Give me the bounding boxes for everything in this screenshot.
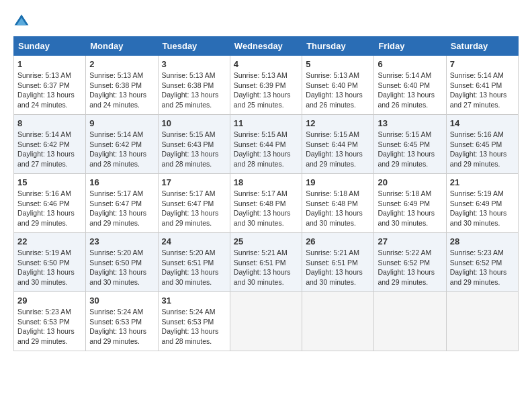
day-info: Sunrise: 5:18 AMSunset: 6:48 PMDaylight:…	[306, 189, 370, 228]
weekday-header: Saturday	[446, 37, 518, 56]
day-number: 10	[162, 118, 226, 128]
day-number: 17	[162, 177, 226, 187]
calendar-week-row: 8Sunrise: 5:14 AMSunset: 6:42 PMDaylight…	[14, 115, 519, 174]
weekday-header: Wednesday	[230, 37, 302, 56]
calendar-day: 24Sunrise: 5:20 AMSunset: 6:51 PMDayligh…	[158, 233, 230, 292]
day-info: Sunrise: 5:20 AMSunset: 6:51 PMDaylight:…	[162, 248, 226, 287]
day-number: 5	[306, 59, 370, 69]
day-number: 22	[17, 236, 82, 246]
calendar-day: 8Sunrise: 5:14 AMSunset: 6:42 PMDaylight…	[14, 115, 86, 174]
day-info: Sunrise: 5:19 AMSunset: 6:50 PMDaylight:…	[17, 248, 82, 287]
day-number: 29	[17, 295, 82, 306]
day-info: Sunrise: 5:23 AMSunset: 6:52 PMDaylight:…	[450, 248, 515, 287]
calendar-day: 13Sunrise: 5:15 AMSunset: 6:45 PMDayligh…	[374, 115, 446, 174]
calendar-day: 17Sunrise: 5:17 AMSunset: 6:47 PMDayligh…	[158, 174, 230, 233]
calendar-day: 3Sunrise: 5:13 AMSunset: 6:38 PMDaylight…	[158, 56, 230, 115]
day-info: Sunrise: 5:17 AMSunset: 6:47 PMDaylight:…	[162, 189, 226, 228]
calendar-table: SundayMondayTuesdayWednesdayThursdayFrid…	[13, 36, 519, 351]
calendar-day: 15Sunrise: 5:16 AMSunset: 6:46 PMDayligh…	[14, 174, 86, 233]
day-number: 4	[234, 59, 298, 69]
day-number: 27	[378, 236, 442, 246]
calendar-day: 16Sunrise: 5:17 AMSunset: 6:47 PMDayligh…	[86, 174, 158, 233]
day-number: 28	[450, 236, 515, 246]
day-number: 7	[450, 59, 515, 69]
day-info: Sunrise: 5:13 AMSunset: 6:40 PMDaylight:…	[306, 71, 370, 110]
day-info: Sunrise: 5:14 AMSunset: 6:42 PMDaylight:…	[17, 130, 82, 169]
calendar-day: 11Sunrise: 5:15 AMSunset: 6:44 PMDayligh…	[230, 115, 302, 174]
day-info: Sunrise: 5:13 AMSunset: 6:39 PMDaylight:…	[234, 71, 298, 110]
day-number: 20	[378, 177, 442, 187]
logo	[13, 13, 32, 30]
day-info: Sunrise: 5:14 AMSunset: 6:41 PMDaylight:…	[450, 71, 515, 110]
calendar-day: 19Sunrise: 5:18 AMSunset: 6:48 PMDayligh…	[302, 174, 374, 233]
calendar-day: 20Sunrise: 5:18 AMSunset: 6:49 PMDayligh…	[374, 174, 446, 233]
calendar-day: 30Sunrise: 5:24 AMSunset: 6:53 PMDayligh…	[86, 292, 158, 351]
calendar-day: 26Sunrise: 5:21 AMSunset: 6:51 PMDayligh…	[302, 233, 374, 292]
day-number: 1	[17, 59, 82, 69]
day-number: 13	[378, 118, 442, 128]
day-info: Sunrise: 5:18 AMSunset: 6:49 PMDaylight:…	[378, 189, 442, 228]
page-header	[13, 13, 519, 30]
calendar-day: 12Sunrise: 5:15 AMSunset: 6:44 PMDayligh…	[302, 115, 374, 174]
day-info: Sunrise: 5:19 AMSunset: 6:49 PMDaylight:…	[450, 189, 515, 228]
calendar-day: 1Sunrise: 5:13 AMSunset: 6:37 PMDaylight…	[14, 56, 86, 115]
day-info: Sunrise: 5:16 AMSunset: 6:46 PMDaylight:…	[17, 189, 82, 228]
day-info: Sunrise: 5:15 AMSunset: 6:44 PMDaylight:…	[234, 130, 298, 169]
day-number: 24	[162, 236, 226, 246]
day-number: 2	[89, 59, 154, 69]
calendar-week-row: 1Sunrise: 5:13 AMSunset: 6:37 PMDaylight…	[14, 56, 519, 115]
day-info: Sunrise: 5:23 AMSunset: 6:53 PMDaylight:…	[17, 307, 82, 347]
weekday-header-row: SundayMondayTuesdayWednesdayThursdayFrid…	[14, 37, 519, 56]
day-info: Sunrise: 5:15 AMSunset: 6:43 PMDaylight:…	[162, 130, 226, 169]
weekday-header: Thursday	[302, 37, 374, 56]
day-number: 30	[89, 295, 154, 306]
day-info: Sunrise: 5:15 AMSunset: 6:44 PMDaylight:…	[306, 130, 370, 169]
day-info: Sunrise: 5:21 AMSunset: 6:51 PMDaylight:…	[234, 248, 298, 287]
day-info: Sunrise: 5:13 AMSunset: 6:38 PMDaylight:…	[162, 71, 226, 110]
calendar-day: 21Sunrise: 5:19 AMSunset: 6:49 PMDayligh…	[446, 174, 518, 233]
calendar-week-row: 29Sunrise: 5:23 AMSunset: 6:53 PMDayligh…	[14, 292, 519, 351]
calendar-day: 6Sunrise: 5:14 AMSunset: 6:40 PMDaylight…	[374, 56, 446, 115]
calendar-day	[302, 292, 374, 351]
weekday-header: Tuesday	[158, 37, 230, 56]
weekday-header: Sunday	[14, 37, 86, 56]
calendar-day: 22Sunrise: 5:19 AMSunset: 6:50 PMDayligh…	[14, 233, 86, 292]
calendar-day: 27Sunrise: 5:22 AMSunset: 6:52 PMDayligh…	[374, 233, 446, 292]
day-number: 19	[306, 177, 370, 187]
day-info: Sunrise: 5:16 AMSunset: 6:45 PMDaylight:…	[450, 130, 515, 169]
day-number: 25	[234, 236, 298, 246]
day-number: 14	[450, 118, 515, 128]
day-info: Sunrise: 5:24 AMSunset: 6:53 PMDaylight:…	[89, 307, 154, 347]
calendar-day	[374, 292, 446, 351]
day-number: 16	[89, 177, 154, 187]
day-number: 9	[89, 118, 154, 128]
day-number: 31	[162, 295, 226, 306]
day-info: Sunrise: 5:13 AMSunset: 6:37 PMDaylight:…	[17, 71, 82, 110]
calendar-day: 7Sunrise: 5:14 AMSunset: 6:41 PMDaylight…	[446, 56, 518, 115]
day-info: Sunrise: 5:13 AMSunset: 6:38 PMDaylight:…	[89, 71, 154, 110]
day-number: 8	[17, 118, 82, 128]
logo-icon	[13, 13, 30, 30]
day-number: 11	[234, 118, 298, 128]
day-number: 15	[17, 177, 82, 187]
calendar-day: 31Sunrise: 5:24 AMSunset: 6:53 PMDayligh…	[158, 292, 230, 351]
calendar-day: 28Sunrise: 5:23 AMSunset: 6:52 PMDayligh…	[446, 233, 518, 292]
day-info: Sunrise: 5:14 AMSunset: 6:40 PMDaylight:…	[378, 71, 442, 110]
day-info: Sunrise: 5:15 AMSunset: 6:45 PMDaylight:…	[378, 130, 442, 169]
day-info: Sunrise: 5:22 AMSunset: 6:52 PMDaylight:…	[378, 248, 442, 287]
calendar-day: 9Sunrise: 5:14 AMSunset: 6:42 PMDaylight…	[86, 115, 158, 174]
day-number: 21	[450, 177, 515, 187]
day-number: 18	[234, 177, 298, 187]
day-number: 6	[378, 59, 442, 69]
calendar-day: 14Sunrise: 5:16 AMSunset: 6:45 PMDayligh…	[446, 115, 518, 174]
weekday-header: Friday	[374, 37, 446, 56]
day-info: Sunrise: 5:17 AMSunset: 6:48 PMDaylight:…	[234, 189, 298, 228]
calendar-day	[446, 292, 518, 351]
calendar-day: 18Sunrise: 5:17 AMSunset: 6:48 PMDayligh…	[230, 174, 302, 233]
day-info: Sunrise: 5:17 AMSunset: 6:47 PMDaylight:…	[89, 189, 154, 228]
day-number: 12	[306, 118, 370, 128]
weekday-header: Monday	[86, 37, 158, 56]
day-number: 26	[306, 236, 370, 246]
day-info: Sunrise: 5:20 AMSunset: 6:50 PMDaylight:…	[89, 248, 154, 287]
calendar-week-row: 15Sunrise: 5:16 AMSunset: 6:46 PMDayligh…	[14, 174, 519, 233]
